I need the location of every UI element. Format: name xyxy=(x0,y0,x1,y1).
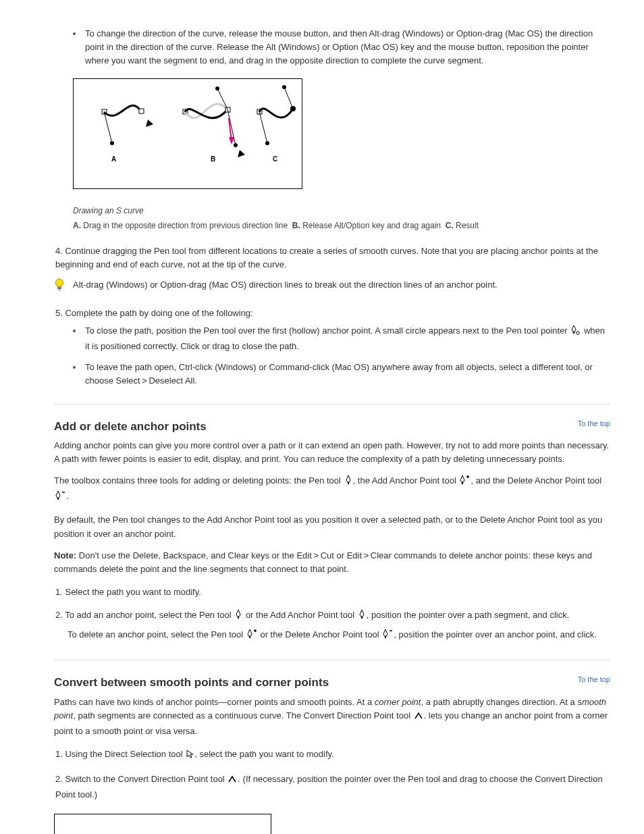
svg-marker-43 xyxy=(187,750,193,758)
figure-s-curve-svg: A B C xyxy=(74,79,302,188)
sec2-step1-text: Using the Direct Selection tool , select… xyxy=(65,749,333,759)
direct-selection-icon xyxy=(186,750,194,763)
section1-para2: By default, the Pen tool changes to the … xyxy=(54,513,610,540)
svg-rect-31 xyxy=(462,482,463,484)
svg-rect-28 xyxy=(573,332,574,334)
delete-anchor-point-icon xyxy=(55,490,65,505)
fig1-c-text: Result xyxy=(456,221,479,230)
section1-title: Add or delete anchor points xyxy=(54,418,207,436)
sec1-step2: 2. To add an anchor point, select the Pe… xyxy=(55,608,610,624)
lightbulb-icon xyxy=(54,278,65,293)
sec1-step1: 1. Select the path you want to modify. xyxy=(55,585,610,599)
sec2-step2-text: Switch to the Convert Direction Point to… xyxy=(55,774,603,800)
sec1-step1-text: Select the path you want to modify. xyxy=(65,587,200,597)
section2-title: Convert between smooth points and corner… xyxy=(54,674,329,692)
figure1-caption-detail: A. Drag in the opposite direction from p… xyxy=(73,219,610,232)
svg-point-2 xyxy=(110,141,114,145)
to-top-link[interactable]: To the top xyxy=(578,418,610,429)
figure1-caption: Drawing an S curve xyxy=(73,205,610,217)
step5-intro: Complete the path by doing one of the fo… xyxy=(65,308,252,318)
section2-header-row: Convert between smooth points and corner… xyxy=(54,674,610,695)
figure-convert-points xyxy=(54,814,271,834)
step3-bullet-break-direction: To change the direction of the curve, re… xyxy=(73,27,610,68)
bullet-dot-icon xyxy=(73,366,76,369)
bullet-text: To change the direction of the curve, re… xyxy=(85,27,610,68)
bullet-close-text: To close the path, position the Pen tool… xyxy=(85,324,610,353)
pen-tool-icon xyxy=(234,609,242,624)
pen-tool-icon xyxy=(344,475,352,490)
svg-rect-30 xyxy=(348,482,349,484)
svg-marker-4 xyxy=(146,120,153,127)
convert-point-icon xyxy=(414,711,423,725)
svg-rect-36 xyxy=(238,617,239,619)
section2-para1: Paths can have two kinds of anchor point… xyxy=(54,696,610,738)
convert-point-icon xyxy=(227,775,237,788)
section1-header-row: Add or delete anchor points To the top xyxy=(54,418,610,439)
section1-para1b: The toolbox contains three tools for add… xyxy=(54,474,610,505)
note-body: Don't use the Delete, Backspace, and Cle… xyxy=(54,550,592,574)
svg-rect-41 xyxy=(385,636,386,638)
bullet-row: To change the direction of the curve, re… xyxy=(73,27,610,68)
pen-tool-icon xyxy=(358,609,366,624)
svg-marker-13 xyxy=(229,137,234,145)
sec2-step1: 1. Using the Direct Selection tool , sel… xyxy=(55,748,610,763)
svg-line-17 xyxy=(259,111,267,143)
bullet-dot-icon xyxy=(73,32,76,35)
tip-row: Alt-drag (Windows) or Option-drag (Mac O… xyxy=(54,278,610,297)
svg-point-21 xyxy=(282,85,286,89)
section1-para1a: Adding anchor points can give you more c… xyxy=(54,439,610,466)
bullet-open-path: To leave the path open, Ctrl-click (Wind… xyxy=(73,361,610,388)
fig1-a-text: Drag in the opposite direction from prev… xyxy=(83,221,288,230)
to-top-link[interactable]: To the top xyxy=(578,674,610,685)
svg-line-20 xyxy=(284,87,293,109)
svg-rect-3 xyxy=(139,109,144,113)
sec1-step2-text: To add an anchor point, select the Pen t… xyxy=(65,610,569,620)
svg-rect-34 xyxy=(57,498,59,500)
svg-point-9 xyxy=(215,86,219,90)
svg-point-11 xyxy=(234,143,238,147)
section-divider xyxy=(54,404,610,405)
svg-rect-38 xyxy=(249,636,250,638)
svg-rect-37 xyxy=(361,617,363,619)
bullet-close-path: To close the path, position the Pen tool… xyxy=(73,324,610,353)
add-anchor-point-icon xyxy=(246,629,257,644)
sec2-step2: 2. Switch to the Convert Direction Point… xyxy=(55,773,610,802)
step4-text: Continue dragging the Pen tool from diff… xyxy=(55,246,598,269)
bullet-open-text: To leave the path open, Ctrl-click (Wind… xyxy=(85,361,610,388)
step5-bullets: To close the path, position the Pen tool… xyxy=(73,324,610,388)
figure-convert-svg xyxy=(55,814,271,834)
section1-note: Note: Don't use the Delete, Backspace, a… xyxy=(54,549,610,576)
note-label: Note: xyxy=(54,550,76,561)
svg-point-29 xyxy=(576,332,579,334)
delete-anchor-point-icon xyxy=(382,629,393,644)
svg-point-23 xyxy=(56,279,63,287)
add-anchor-point-icon xyxy=(459,475,470,490)
bullet-dot-icon xyxy=(73,330,76,332)
step-5: 5. Complete the path by doing one of the… xyxy=(55,307,610,320)
svg-text:B: B xyxy=(211,155,215,163)
svg-text:A: A xyxy=(111,155,116,163)
figure-s-curve: A B C xyxy=(73,78,302,189)
sec1-step2-or: To delete an anchor point, select the Pe… xyxy=(68,628,610,644)
step-4: 4. Continue dragging the Pen tool from d… xyxy=(55,244,610,271)
section-divider xyxy=(54,660,610,660)
svg-point-18 xyxy=(265,141,269,145)
svg-text:C: C xyxy=(273,155,277,163)
svg-marker-14 xyxy=(238,150,245,157)
fig1-b-text: Release Alt/Option key and drag again xyxy=(302,221,441,230)
pen-close-icon xyxy=(570,325,581,340)
tip-text: Alt-drag (Windows) or Option-drag (Mac O… xyxy=(73,278,610,292)
